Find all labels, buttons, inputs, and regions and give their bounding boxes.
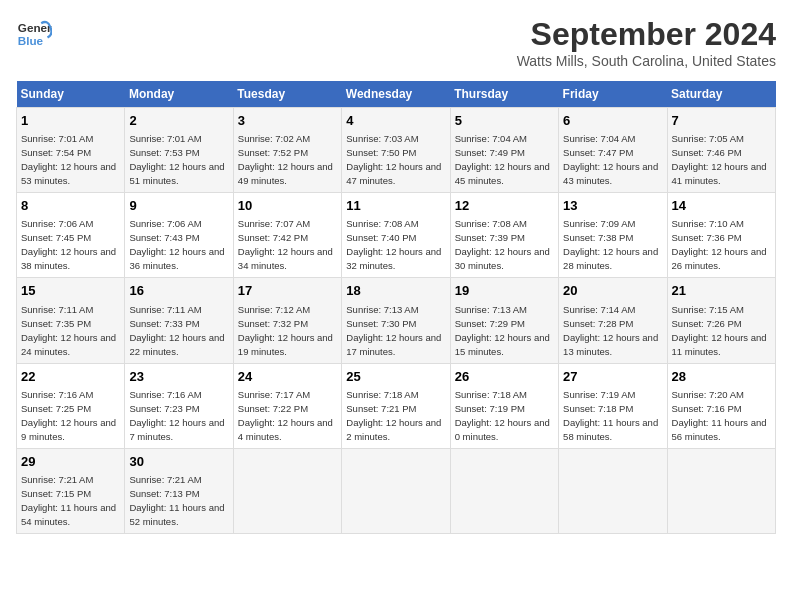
day-number: 17 bbox=[238, 282, 337, 300]
daylight-text: Daylight: 12 hours and 36 minutes. bbox=[129, 246, 224, 271]
day-number: 4 bbox=[346, 112, 445, 130]
daylight-text: Daylight: 12 hours and 2 minutes. bbox=[346, 417, 441, 442]
daylight-text: Daylight: 12 hours and 32 minutes. bbox=[346, 246, 441, 271]
day-number: 7 bbox=[672, 112, 771, 130]
day-number: 21 bbox=[672, 282, 771, 300]
sunset-text: Sunset: 7:26 PM bbox=[672, 318, 742, 329]
daylight-text: Daylight: 11 hours and 54 minutes. bbox=[21, 502, 116, 527]
sunrise-text: Sunrise: 7:01 AM bbox=[21, 133, 93, 144]
daylight-text: Daylight: 11 hours and 58 minutes. bbox=[563, 417, 658, 442]
sunset-text: Sunset: 7:52 PM bbox=[238, 147, 308, 158]
sunset-text: Sunset: 7:13 PM bbox=[129, 488, 199, 499]
calendar-week-row: 29Sunrise: 7:21 AMSunset: 7:15 PMDayligh… bbox=[17, 448, 776, 533]
header-day-thursday: Thursday bbox=[450, 81, 558, 108]
daylight-text: Daylight: 12 hours and 11 minutes. bbox=[672, 332, 767, 357]
sunrise-text: Sunrise: 7:16 AM bbox=[21, 389, 93, 400]
sunset-text: Sunset: 7:50 PM bbox=[346, 147, 416, 158]
logo-icon: General Blue bbox=[16, 16, 52, 52]
daylight-text: Daylight: 12 hours and 41 minutes. bbox=[672, 161, 767, 186]
calendar-cell: 26Sunrise: 7:18 AMSunset: 7:19 PMDayligh… bbox=[450, 363, 558, 448]
sunrise-text: Sunrise: 7:13 AM bbox=[455, 304, 527, 315]
calendar-cell: 28Sunrise: 7:20 AMSunset: 7:16 PMDayligh… bbox=[667, 363, 775, 448]
calendar-table: SundayMondayTuesdayWednesdayThursdayFrid… bbox=[16, 81, 776, 534]
header-day-monday: Monday bbox=[125, 81, 233, 108]
daylight-text: Daylight: 12 hours and 13 minutes. bbox=[563, 332, 658, 357]
daylight-text: Daylight: 12 hours and 53 minutes. bbox=[21, 161, 116, 186]
day-number: 9 bbox=[129, 197, 228, 215]
sunrise-text: Sunrise: 7:21 AM bbox=[129, 474, 201, 485]
sunrise-text: Sunrise: 7:11 AM bbox=[21, 304, 93, 315]
calendar-cell: 14Sunrise: 7:10 AMSunset: 7:36 PMDayligh… bbox=[667, 193, 775, 278]
day-number: 28 bbox=[672, 368, 771, 386]
sunset-text: Sunset: 7:25 PM bbox=[21, 403, 91, 414]
header-day-friday: Friday bbox=[559, 81, 667, 108]
header-day-wednesday: Wednesday bbox=[342, 81, 450, 108]
sunrise-text: Sunrise: 7:21 AM bbox=[21, 474, 93, 485]
day-number: 1 bbox=[21, 112, 120, 130]
calendar-cell: 19Sunrise: 7:13 AMSunset: 7:29 PMDayligh… bbox=[450, 278, 558, 363]
day-number: 13 bbox=[563, 197, 662, 215]
calendar-cell: 27Sunrise: 7:19 AMSunset: 7:18 PMDayligh… bbox=[559, 363, 667, 448]
sunset-text: Sunset: 7:23 PM bbox=[129, 403, 199, 414]
day-number: 8 bbox=[21, 197, 120, 215]
calendar-cell bbox=[233, 448, 341, 533]
calendar-cell bbox=[667, 448, 775, 533]
daylight-text: Daylight: 12 hours and 47 minutes. bbox=[346, 161, 441, 186]
sunset-text: Sunset: 7:22 PM bbox=[238, 403, 308, 414]
sunset-text: Sunset: 7:42 PM bbox=[238, 232, 308, 243]
month-title: September 2024 bbox=[517, 16, 776, 53]
sunset-text: Sunset: 7:46 PM bbox=[672, 147, 742, 158]
calendar-cell: 29Sunrise: 7:21 AMSunset: 7:15 PMDayligh… bbox=[17, 448, 125, 533]
calendar-cell: 8Sunrise: 7:06 AMSunset: 7:45 PMDaylight… bbox=[17, 193, 125, 278]
calendar-header-row: SundayMondayTuesdayWednesdayThursdayFrid… bbox=[17, 81, 776, 108]
daylight-text: Daylight: 12 hours and 34 minutes. bbox=[238, 246, 333, 271]
calendar-cell: 10Sunrise: 7:07 AMSunset: 7:42 PMDayligh… bbox=[233, 193, 341, 278]
daylight-text: Daylight: 12 hours and 28 minutes. bbox=[563, 246, 658, 271]
sunset-text: Sunset: 7:28 PM bbox=[563, 318, 633, 329]
daylight-text: Daylight: 11 hours and 56 minutes. bbox=[672, 417, 767, 442]
sunset-text: Sunset: 7:45 PM bbox=[21, 232, 91, 243]
page-header: General Blue General Blue September 2024… bbox=[16, 16, 776, 69]
calendar-cell: 21Sunrise: 7:15 AMSunset: 7:26 PMDayligh… bbox=[667, 278, 775, 363]
location-title: Watts Mills, South Carolina, United Stat… bbox=[517, 53, 776, 69]
sunrise-text: Sunrise: 7:05 AM bbox=[672, 133, 744, 144]
daylight-text: Daylight: 12 hours and 4 minutes. bbox=[238, 417, 333, 442]
daylight-text: Daylight: 11 hours and 52 minutes. bbox=[129, 502, 224, 527]
sunrise-text: Sunrise: 7:11 AM bbox=[129, 304, 201, 315]
calendar-cell: 3Sunrise: 7:02 AMSunset: 7:52 PMDaylight… bbox=[233, 108, 341, 193]
day-number: 29 bbox=[21, 453, 120, 471]
calendar-cell bbox=[342, 448, 450, 533]
sunset-text: Sunset: 7:36 PM bbox=[672, 232, 742, 243]
sunset-text: Sunset: 7:32 PM bbox=[238, 318, 308, 329]
sunrise-text: Sunrise: 7:20 AM bbox=[672, 389, 744, 400]
calendar-cell: 1Sunrise: 7:01 AMSunset: 7:54 PMDaylight… bbox=[17, 108, 125, 193]
day-number: 23 bbox=[129, 368, 228, 386]
sunrise-text: Sunrise: 7:03 AM bbox=[346, 133, 418, 144]
daylight-text: Daylight: 12 hours and 26 minutes. bbox=[672, 246, 767, 271]
daylight-text: Daylight: 12 hours and 49 minutes. bbox=[238, 161, 333, 186]
calendar-cell bbox=[450, 448, 558, 533]
sunrise-text: Sunrise: 7:06 AM bbox=[129, 218, 201, 229]
sunset-text: Sunset: 7:35 PM bbox=[21, 318, 91, 329]
calendar-week-row: 1Sunrise: 7:01 AMSunset: 7:54 PMDaylight… bbox=[17, 108, 776, 193]
daylight-text: Daylight: 12 hours and 15 minutes. bbox=[455, 332, 550, 357]
header-day-tuesday: Tuesday bbox=[233, 81, 341, 108]
sunset-text: Sunset: 7:29 PM bbox=[455, 318, 525, 329]
header-day-sunday: Sunday bbox=[17, 81, 125, 108]
calendar-cell: 20Sunrise: 7:14 AMSunset: 7:28 PMDayligh… bbox=[559, 278, 667, 363]
day-number: 15 bbox=[21, 282, 120, 300]
day-number: 11 bbox=[346, 197, 445, 215]
calendar-cell: 6Sunrise: 7:04 AMSunset: 7:47 PMDaylight… bbox=[559, 108, 667, 193]
day-number: 18 bbox=[346, 282, 445, 300]
sunrise-text: Sunrise: 7:02 AM bbox=[238, 133, 310, 144]
daylight-text: Daylight: 12 hours and 43 minutes. bbox=[563, 161, 658, 186]
sunrise-text: Sunrise: 7:07 AM bbox=[238, 218, 310, 229]
sunrise-text: Sunrise: 7:19 AM bbox=[563, 389, 635, 400]
sunset-text: Sunset: 7:33 PM bbox=[129, 318, 199, 329]
calendar-cell: 11Sunrise: 7:08 AMSunset: 7:40 PMDayligh… bbox=[342, 193, 450, 278]
calendar-cell: 16Sunrise: 7:11 AMSunset: 7:33 PMDayligh… bbox=[125, 278, 233, 363]
sunset-text: Sunset: 7:19 PM bbox=[455, 403, 525, 414]
svg-text:Blue: Blue bbox=[18, 34, 44, 47]
day-number: 12 bbox=[455, 197, 554, 215]
calendar-week-row: 15Sunrise: 7:11 AMSunset: 7:35 PMDayligh… bbox=[17, 278, 776, 363]
